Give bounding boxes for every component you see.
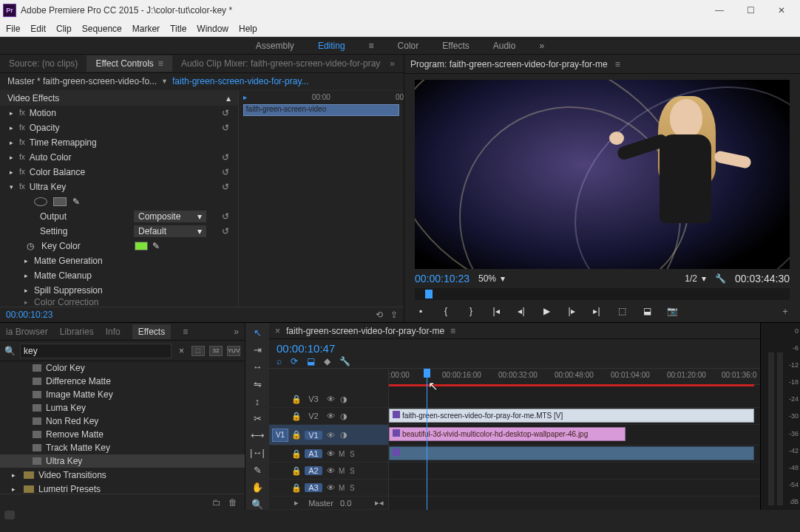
tab-info[interactable]: Info [106,327,121,337]
slide-tool-icon[interactable]: |↔| [250,447,265,458]
lift-icon[interactable]: ⬚ [616,306,628,316]
accelerated-badge[interactable]: ⬚ [191,346,205,356]
program-playhead[interactable] [425,290,433,299]
marker-icon[interactable]: ▪ [415,306,427,316]
clip-v1[interactable]: beautiful-3d-vivid-multicolor-hd-desktop… [389,427,626,441]
go-to-out-icon[interactable]: ▸| [591,306,603,316]
prop-color-correction[interactable]: ▸Color Correction [0,298,238,307]
ec-clip-bar[interactable]: faith-green-screen-video [243,104,399,116]
effect-item[interactable]: Image Matte Key [0,388,245,401]
track-master-header[interactable]: ▸Master0.0▸◂ [269,497,388,510]
track-a3-lane[interactable] [389,480,760,497]
zoom-tool-icon[interactable]: 🔍 [250,499,265,510]
reset-icon[interactable]: ↺ [222,152,232,163]
effect-opacity[interactable]: ▸fxOpacity↺ [0,120,238,135]
timeline-playhead[interactable] [427,369,427,510]
menu-window[interactable]: Window [197,24,228,34]
minimize-button[interactable]: — [704,1,735,19]
eyedropper-icon[interactable]: ✎ [152,241,160,251]
settings-icon[interactable]: 🔧 [339,356,350,366]
clip-v2[interactable]: faith-green-screen-video-for-pray-for-me… [389,409,754,423]
tab-audio-mixer[interactable]: Audio Clip Mixer: faith-green-screen-vid… [172,55,381,72]
tabs-overflow[interactable]: » [381,55,404,72]
effects-folder[interactable]: ▸Video Transitions [0,468,245,482]
track-select-tool-icon[interactable]: ⇥ [250,344,265,355]
workspace-editing-menu[interactable]: ≡ [369,41,374,51]
reset-icon[interactable]: ↺ [222,211,232,222]
close-button[interactable]: ✕ [766,1,797,19]
export-icon[interactable]: ⇪ [390,310,398,320]
rolling-tool-icon[interactable]: ⇋ [250,379,265,390]
effect-motion[interactable]: ▸fxMotion↺ [0,106,238,120]
tab-source[interactable]: Source: (no clips) [0,55,87,72]
effects-folder[interactable]: ▸Lumetri Presets [0,482,245,494]
track-v2-header[interactable]: 🔒V2👁◑ [269,408,388,425]
panel-menu-icon[interactable]: ≡ [158,58,163,69]
delete-icon[interactable]: 🗑 [228,497,237,508]
effect-controls-timeline[interactable]: ▸00:0000 faith-green-screen-video [238,91,404,307]
prop-matte-generation[interactable]: ▸Matte Generation [0,253,238,268]
chevron-down-icon[interactable]: ▼ [161,78,168,85]
source-patch-v1[interactable]: V1 [272,429,288,442]
new-bin-icon[interactable]: 🗀 [212,497,221,508]
clear-search-icon[interactable]: × [176,346,187,356]
prop-spill-suppression[interactable]: ▸Spill Suppression [0,283,238,298]
workspace-overflow[interactable]: » [539,41,544,51]
menu-sequence[interactable]: Sequence [82,24,122,34]
workspace-assembly[interactable]: Assembly [256,41,294,51]
step-forward-icon[interactable]: |▸ [566,306,577,316]
menu-clip[interactable]: Clip [56,24,72,34]
track-v2-lane[interactable]: faith-green-screen-video-for-pray-for-me… [389,408,760,425]
track-a3-header[interactable]: 🔒A3👁M S [269,480,388,497]
effect-item[interactable]: Remove Matte [0,428,245,441]
effect-ultra-key[interactable]: ▾fxUltra Key↺ [0,180,238,194]
effects-search-input[interactable] [20,344,172,358]
add-marker-icon[interactable]: ⬓ [307,356,315,366]
effect-item[interactable]: Non Red Key [0,415,245,428]
mark-in-icon[interactable]: { [440,306,452,316]
effect-item-selected[interactable]: Ultra Key [0,454,245,468]
mark-out-icon[interactable]: } [465,306,477,316]
track-v1-lane[interactable]: beautiful-3d-vivid-multicolor-hd-desktop… [389,425,760,446]
go-to-in-icon[interactable]: |◂ [490,306,502,316]
play-icon[interactable]: ▶ [540,306,552,316]
track-v3-header[interactable]: 🔒V3👁◑ [269,391,388,408]
yuv-badge[interactable]: YUV [227,346,240,356]
program-scrub-bar[interactable] [415,288,790,300]
effect-item[interactable]: Difference Matte [0,375,245,388]
tab-media-browser[interactable]: ia Browser [6,327,48,337]
output-dropdown[interactable]: Composite▾ [133,210,207,223]
timeline-timecode[interactable]: 00:00:10:47 [277,342,753,355]
snap-icon[interactable]: ⌕ [277,356,282,366]
reset-icon[interactable]: ↺ [222,123,232,133]
tab-libraries[interactable]: Libraries [60,327,94,337]
add-button-icon[interactable]: ＋ [781,305,790,318]
32bit-badge[interactable]: 32 [209,346,223,356]
menu-marker[interactable]: Marker [132,24,160,34]
workspace-color[interactable]: Color [398,41,419,51]
hand-tool-icon[interactable]: ✋ [250,482,265,493]
pen-mask-icon[interactable]: ✎ [72,197,80,207]
menu-title[interactable]: Title [170,24,186,34]
ellipse-mask-icon[interactable] [34,197,47,206]
track-a1-header[interactable]: 🔒A1👁M S [269,446,388,463]
maximize-button[interactable]: ☐ [735,1,766,19]
ec-sequence-link[interactable]: faith-green-screen-video-for-pray... [172,76,309,86]
effect-time-remapping[interactable]: ▸fxTime Remapping [0,135,238,150]
zoom-dropdown[interactable]: 50% ▾ [478,273,505,284]
program-timecode[interactable]: 00:00:10:23 [415,273,470,284]
linked-selection-icon[interactable]: ⟳ [291,356,298,366]
setting-dropdown[interactable]: Default▾ [133,225,207,238]
wrench-icon[interactable]: 🔧 [715,273,726,284]
reset-icon[interactable]: ↺ [222,108,232,118]
workspace-effects[interactable]: Effects [442,41,469,51]
track-a1-lane[interactable] [389,446,760,463]
menu-file[interactable]: File [6,24,20,34]
selection-tool-icon[interactable]: ↖ [250,327,265,338]
meter-icon[interactable]: ▸◂ [375,498,384,508]
stopwatch-icon[interactable]: ◷ [27,241,37,251]
timeline-tracks[interactable]: :00:00 00:00:16:00 00:00:32:00 00:00:48:… [389,369,760,510]
track-v1-header[interactable]: V1🔒V1👁◑ [269,425,388,446]
panel-menu-icon[interactable]: ≡ [183,327,188,337]
ripple-tool-icon[interactable]: ↔ [250,361,265,372]
